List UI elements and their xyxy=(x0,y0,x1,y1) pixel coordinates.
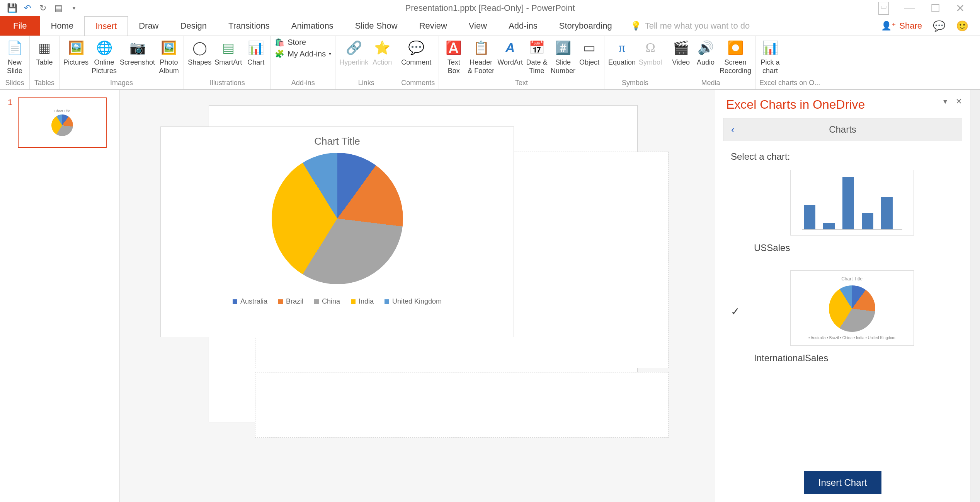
slide-canvas[interactable]: Chart Title Australia Brazil China India… xyxy=(120,90,715,502)
tab-storyboarding[interactable]: Storyboarding xyxy=(548,16,623,36)
pane-header: ‹ Charts xyxy=(723,118,962,141)
tab-file[interactable]: File xyxy=(0,16,40,36)
smiley-icon[interactable]: 🙂 xyxy=(956,20,968,32)
screenshot-button[interactable]: 📷Screenshot xyxy=(120,38,155,67)
video-button[interactable]: 🎬Video xyxy=(670,38,692,67)
close-icon[interactable]: ✕ xyxy=(956,2,965,15)
online-pictures-button[interactable]: 🌐Online Pictures xyxy=(92,38,117,75)
audio-button[interactable]: 🔊Audio xyxy=(695,38,716,67)
wordart-button[interactable]: AWordArt xyxy=(497,38,523,67)
action-button[interactable]: ⭐Action xyxy=(371,38,393,67)
pane-back-icon[interactable]: ‹ xyxy=(731,124,735,136)
textbox-button[interactable]: 🅰️Text Box xyxy=(443,38,464,75)
pane-scrollbar[interactable] xyxy=(970,90,980,502)
hyperlink-button[interactable]: 🔗Hyperlink xyxy=(339,38,368,67)
pane-close-icon[interactable]: ✕ xyxy=(956,97,962,106)
chart-option-international[interactable]: Chart Title • Australia • Brazil • China… xyxy=(790,270,914,346)
chart-option-2-check: ✓ xyxy=(731,305,742,318)
comment-button[interactable]: 💬Comment xyxy=(401,38,431,67)
object-icon: ▭ xyxy=(583,39,595,56)
ribbon-options-icon[interactable]: ▭ xyxy=(878,2,889,15)
chart-option-2-name: InternationalSales xyxy=(754,353,954,364)
store-button[interactable]: 🛍️Store xyxy=(275,38,331,47)
tab-addins[interactable]: Add-ins xyxy=(498,16,548,36)
group-comments-label: Comments xyxy=(401,77,435,89)
minimize-icon[interactable]: — xyxy=(904,2,915,15)
equation-icon: π xyxy=(619,39,625,56)
undo-icon[interactable]: ↶ xyxy=(23,4,32,12)
shapes-button[interactable]: ◯Shapes xyxy=(188,38,211,67)
my-addins-button[interactable]: 🧩My Add-ins ▾ xyxy=(275,49,331,58)
maximize-icon[interactable]: ☐ xyxy=(931,2,940,15)
qat-more-icon[interactable]: ▾ xyxy=(70,4,78,12)
photo-album-button[interactable]: 🖼️Photo Album xyxy=(158,38,180,75)
chart-legend: Australia Brazil China India United King… xyxy=(233,297,442,306)
my-addins-icon: 🧩 xyxy=(275,49,284,58)
tab-view[interactable]: View xyxy=(458,16,498,36)
save-icon[interactable]: 💾 xyxy=(8,4,16,12)
share-label: Share xyxy=(899,21,922,31)
tab-slideshow[interactable]: Slide Show xyxy=(344,16,408,36)
pane-dropdown-icon[interactable]: ▾ xyxy=(943,97,947,106)
slide-number: 1 xyxy=(8,97,12,148)
chart-option-ussales[interactable] xyxy=(790,170,914,236)
chart-title: Chart Title xyxy=(314,127,360,153)
slide-number-button[interactable]: #️⃣Slide Number xyxy=(551,38,575,75)
group-symbols-label: Symbols xyxy=(608,77,662,89)
start-from-beginning-icon[interactable]: ▤ xyxy=(54,4,63,12)
content-placeholder-2[interactable] xyxy=(255,372,669,438)
screen-recording-button[interactable]: ⏺️Screen Recording xyxy=(720,38,751,75)
select-chart-label: Select a chart: xyxy=(731,151,954,162)
pane-header-title: Charts xyxy=(829,124,856,135)
header-footer-button[interactable]: 📋Header & Footer xyxy=(468,38,494,75)
new-slide-icon: 📄 xyxy=(7,39,23,56)
slide-thumbnail-1[interactable]: Chart Title xyxy=(18,97,107,148)
group-addins-label: Add-ins xyxy=(275,77,331,89)
title-bar: 💾 ↶ ↻ ▤ ▾ Presentation1.pptx [Read-Only]… xyxy=(0,0,980,16)
date-time-icon: 📅 xyxy=(529,39,545,56)
tell-me-search[interactable]: 💡 Tell me what you want to do xyxy=(623,16,757,36)
pick-chart-icon: 📊 xyxy=(762,39,778,56)
tab-animations[interactable]: Animations xyxy=(281,16,344,36)
pie-chart xyxy=(272,153,403,284)
quick-access-toolbar: 💾 ↶ ↻ ▤ ▾ xyxy=(0,4,78,12)
symbol-button[interactable]: ΩSymbol xyxy=(639,38,662,67)
share-button[interactable]: 👤⁺ Share xyxy=(881,21,922,31)
insert-chart-button[interactable]: Insert Chart xyxy=(804,471,881,494)
group-text-label: Text xyxy=(443,77,600,89)
group-links-label: Links xyxy=(339,77,393,89)
pictures-button[interactable]: 🖼️Pictures xyxy=(63,38,88,67)
tab-transitions[interactable]: Transitions xyxy=(218,16,281,36)
pick-a-chart-button[interactable]: 📊Pick a chart xyxy=(759,38,781,75)
smartart-button[interactable]: ▤SmartArt xyxy=(214,38,242,67)
table-button[interactable]: ▦Table xyxy=(34,38,55,67)
wordart-icon: A xyxy=(505,39,515,56)
screen-recording-icon: ⏺️ xyxy=(727,39,744,56)
table-icon: ▦ xyxy=(38,39,51,56)
tab-review[interactable]: Review xyxy=(408,16,458,36)
equation-button[interactable]: πEquation xyxy=(608,38,636,67)
window-title: Presentation1.pptx [Read-Only] - PowerPo… xyxy=(405,3,575,13)
date-time-button[interactable]: 📅Date & Time xyxy=(526,38,548,75)
redo-icon[interactable]: ↻ xyxy=(39,4,47,12)
ribbon-insert: 📄New Slide Slides ▦Table Tables 🖼️Pictur… xyxy=(0,36,980,90)
tab-draw[interactable]: Draw xyxy=(128,16,169,36)
ribbon-tabs: File Home Insert Draw Design Transitions… xyxy=(0,16,980,36)
lightbulb-icon: 💡 xyxy=(631,21,641,31)
tab-home[interactable]: Home xyxy=(40,16,84,36)
new-slide-button[interactable]: 📄New Slide xyxy=(4,38,26,75)
object-button[interactable]: ▭Object xyxy=(578,38,600,67)
photo-album-icon: 🖼️ xyxy=(161,39,177,56)
pie-chart-thumbnail xyxy=(829,285,875,332)
tab-insert[interactable]: Insert xyxy=(84,16,128,36)
chart-button[interactable]: 📊Chart xyxy=(245,38,267,67)
chart-preview[interactable]: Chart Title Australia Brazil China India… xyxy=(160,126,514,337)
textbox-icon: 🅰️ xyxy=(446,39,462,56)
group-illustrations-label: Illustrations xyxy=(188,77,267,89)
comments-icon[interactable]: 💬 xyxy=(933,20,945,32)
comment-icon: 💬 xyxy=(408,39,424,56)
tab-design[interactable]: Design xyxy=(170,16,218,36)
group-excel-charts-label: Excel charts on O... xyxy=(759,77,820,89)
store-icon: 🛍️ xyxy=(275,38,284,47)
excel-charts-pane: ▾ ✕ Excel Charts in OneDrive ‹ Charts Se… xyxy=(715,90,970,502)
